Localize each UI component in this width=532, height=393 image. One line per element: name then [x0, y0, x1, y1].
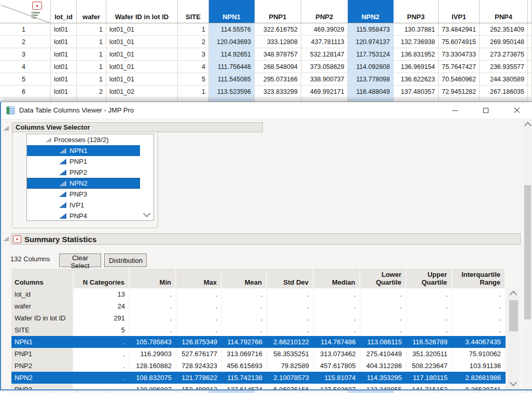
- stats-column-header-mean[interactable]: Mean: [222, 269, 267, 288]
- data-cell[interactable]: 338.900737: [301, 73, 348, 85]
- data-cell[interactable]: [394, 390, 439, 393]
- data-cell[interactable]: 1: [528, 36, 532, 48]
- data-cell[interactable]: [51, 98, 77, 102]
- data-cell[interactable]: 437.781113: [301, 36, 348, 48]
- clear-select-button[interactable]: Clear Select: [59, 254, 101, 267]
- data-cell[interactable]: 1: [77, 73, 106, 85]
- column-header-PNP2[interactable]: PNP2: [301, 0, 348, 23]
- row-number-cell[interactable]: 1: [0, 23, 51, 35]
- row-number-cell[interactable]: [0, 390, 51, 393]
- data-cell[interactable]: 348.978757: [255, 48, 301, 60]
- filter-bars-icon[interactable]: [32, 11, 41, 20]
- stats-row-lot_id[interactable]: lot_id13........: [11, 288, 506, 300]
- data-cell[interactable]: 323.833299: [255, 86, 301, 97]
- close-button[interactable]: [505, 102, 529, 119]
- data-cell[interactable]: lot01: [51, 61, 77, 73]
- scroll-up-icon[interactable]: [524, 122, 531, 129]
- data-cell[interactable]: 469.992171: [301, 86, 348, 97]
- data-cell[interactable]: 113.523596: [209, 86, 255, 97]
- data-cell[interactable]: 120.974137: [348, 36, 394, 48]
- data-cell[interactable]: lot01_01: [106, 36, 178, 48]
- data-cell[interactable]: [348, 390, 394, 393]
- window-scrollbar-thumb[interactable]: [524, 185, 531, 319]
- distribution-button[interactable]: Distribution: [104, 254, 147, 267]
- data-cell[interactable]: 113.778098: [348, 73, 394, 85]
- row-number-cell[interactable]: 6: [0, 86, 51, 97]
- row-number-cell[interactable]: 5: [0, 73, 51, 85]
- data-cell[interactable]: 5: [178, 73, 209, 85]
- minimize-button[interactable]: [443, 102, 467, 119]
- data-cell[interactable]: [480, 390, 528, 393]
- data-cell[interactable]: [178, 98, 209, 102]
- row-number-cell[interactable]: 4: [0, 61, 51, 73]
- data-cell[interactable]: 3: [178, 48, 209, 60]
- data-cell[interactable]: 114.92651: [209, 48, 255, 60]
- data-cell[interactable]: lot01: [51, 48, 77, 60]
- data-cell[interactable]: 1: [77, 36, 106, 48]
- data-cell[interactable]: 244.380589: [480, 73, 528, 85]
- data-cell[interactable]: 132.736938: [394, 36, 439, 48]
- data-cell[interactable]: 73.4842941: [439, 23, 480, 35]
- tree-item-PNP1[interactable]: PNP1: [27, 156, 140, 167]
- data-cell[interactable]: [394, 98, 439, 102]
- data-cell[interactable]: 1: [77, 48, 106, 60]
- data-cell[interactable]: lot01: [51, 36, 77, 48]
- data-cell[interactable]: [77, 98, 106, 102]
- data-cell[interactable]: [106, 98, 178, 102]
- column-header-wafer[interactable]: wafer: [77, 0, 106, 23]
- row-number-cell[interactable]: 3: [0, 48, 51, 60]
- data-cell[interactable]: lot01: [51, 86, 77, 97]
- tree-item-PNP3[interactable]: PNP3: [27, 189, 140, 200]
- data-cell[interactable]: [255, 390, 301, 393]
- data-cell[interactable]: 72.9451282: [439, 86, 480, 97]
- column-header-PNP4[interactable]: PNP4: [480, 0, 528, 23]
- stats-row-site[interactable]: SITE5........: [11, 324, 506, 336]
- data-cell[interactable]: 70.5460962: [439, 73, 480, 85]
- row-number-cell[interactable]: 2: [0, 36, 51, 48]
- data-cell[interactable]: 136.969154: [394, 61, 439, 73]
- stats-scrollbar-thumb[interactable]: [509, 300, 518, 331]
- data-cell[interactable]: 114.092608: [348, 61, 394, 73]
- scroll-down-icon[interactable]: [510, 379, 517, 386]
- data-cell[interactable]: 469.39029: [301, 23, 348, 35]
- data-cell[interactable]: lot01_01: [106, 23, 178, 35]
- tree-item-PNP2[interactable]: PNP2: [27, 167, 140, 178]
- data-cell[interactable]: 532.128147: [301, 48, 348, 60]
- data-cell[interactable]: lot01_01: [106, 48, 178, 60]
- column-header-PNP1[interactable]: PNP1: [255, 0, 301, 23]
- data-cell[interactable]: [528, 98, 532, 102]
- data-cell[interactable]: 236.935577: [480, 61, 528, 73]
- data-cell[interactable]: 73.3304733: [439, 48, 480, 60]
- data-cell[interactable]: 114.55576: [209, 23, 255, 35]
- column-header-NPN2[interactable]: NPN2: [348, 0, 394, 23]
- data-cell[interactable]: 1: [528, 86, 532, 97]
- column-header-partial[interactable]: [528, 0, 532, 23]
- data-cell[interactable]: 111.545085: [209, 73, 255, 85]
- data-cell[interactable]: 111.756446: [209, 61, 255, 73]
- data-cell[interactable]: 115.958473: [348, 23, 394, 35]
- data-cell[interactable]: 273.273875: [480, 48, 528, 60]
- summary-red-menu-icon[interactable]: ▼: [13, 235, 21, 243]
- data-cell[interactable]: 136.622623: [394, 73, 439, 85]
- data-cell[interactable]: [255, 98, 301, 102]
- data-cell[interactable]: 137.480357: [394, 86, 439, 97]
- stats-column-header-max[interactable]: Max: [176, 269, 222, 288]
- data-cell[interactable]: lot01_02: [106, 86, 178, 97]
- stats-row-pnp1[interactable]: PNP1.116.29903527.676177313.06971658.353…: [11, 348, 506, 360]
- data-cell[interactable]: 1: [77, 23, 106, 35]
- stats-column-header-interquartile-range[interactable]: Interquartile Range: [452, 269, 506, 288]
- dialog-titlebar[interactable]: Data Table Columns Viewer - JMP Pro: [1, 102, 532, 119]
- column-header-NPN1[interactable]: NPN1: [209, 0, 255, 23]
- stats-column-header-upper-quartile[interactable]: Upper Quartile: [407, 269, 452, 288]
- data-cell[interactable]: [301, 98, 348, 102]
- data-cell[interactable]: [439, 390, 480, 393]
- data-cell[interactable]: 1: [178, 23, 209, 35]
- data-cell[interactable]: lot01: [51, 23, 77, 35]
- table-corner-cell[interactable]: ▼: [0, 0, 51, 23]
- data-cell[interactable]: 268.548094: [255, 61, 301, 73]
- data-cell[interactable]: [178, 390, 209, 393]
- stats-row-wafer-id-in-lot-id[interactable]: Wafer ID in lot ID291........: [11, 312, 506, 324]
- stats-column-header-lower-quartile[interactable]: Lower Quartile: [360, 269, 407, 288]
- data-cell[interactable]: 333.12808: [255, 36, 301, 48]
- columns-view-selector-header[interactable]: Columns View Selector: [12, 122, 263, 132]
